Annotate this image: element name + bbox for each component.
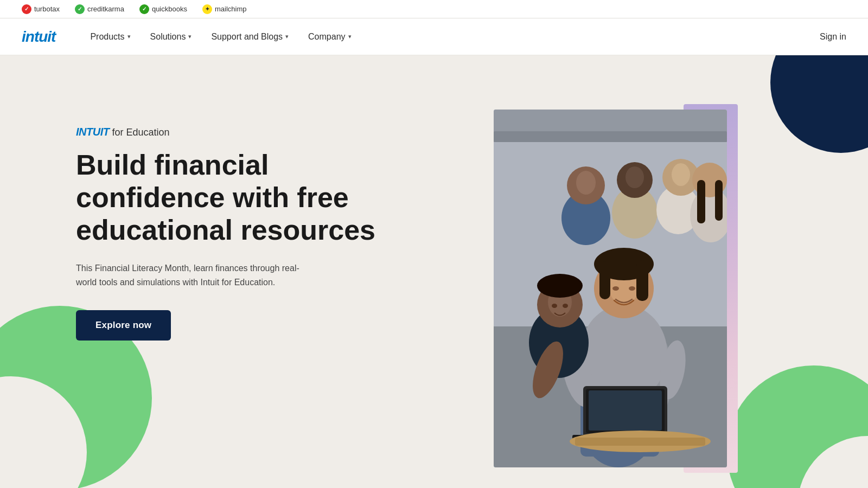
logo[interactable]: intuit xyxy=(22,28,55,46)
hero-section: INTUIT for Education Build financial con… xyxy=(0,55,868,488)
nav-company-label: Company xyxy=(308,32,345,42)
quickbooks-icon: ✓ xyxy=(139,4,149,14)
nav-item-support-blogs[interactable]: Support and Blogs ▾ xyxy=(203,28,296,46)
quickbooks-label: quickbooks xyxy=(152,5,187,13)
hero-brand-name: INTUIT xyxy=(76,126,109,138)
nav-item-company[interactable]: Company ▾ xyxy=(301,28,359,46)
nav-solutions-label: Solutions xyxy=(150,32,186,42)
hero-subtitle-text: for Education xyxy=(109,127,169,138)
creditkarma-brand[interactable]: ✓ creditkarma xyxy=(75,4,124,14)
nav-item-solutions[interactable]: Solutions ▾ xyxy=(143,28,200,46)
hero-subtitle: INTUIT for Education xyxy=(76,126,380,138)
hero-description: This Financial Literacy Month, learn fin… xyxy=(76,261,309,289)
circle-dark-top-right xyxy=(770,55,868,153)
mailchimp-brand[interactable]: ✦ mailchimp xyxy=(202,4,247,14)
svg-rect-46 xyxy=(494,110,727,467)
solutions-chevron-icon: ▾ xyxy=(188,33,192,40)
explore-now-button[interactable]: Explore now xyxy=(76,310,171,341)
company-chevron-icon: ▾ xyxy=(348,33,352,40)
creditkarma-icon: ✓ xyxy=(75,4,85,14)
hero-title: Build financial confidence with free edu… xyxy=(76,149,380,246)
quickbooks-brand[interactable]: ✓ quickbooks xyxy=(139,4,187,14)
students-illustration xyxy=(494,110,727,467)
hero-image xyxy=(494,110,727,467)
nav-support-label: Support and Blogs xyxy=(211,32,283,42)
nav-products-label: Products xyxy=(90,32,124,42)
mailchimp-icon: ✦ xyxy=(202,4,212,14)
nav-links: Products ▾ Solutions ▾ Support and Blogs… xyxy=(82,28,820,46)
products-chevron-icon: ▾ xyxy=(127,33,131,40)
navbar: intuit Products ▾ Solutions ▾ Support an… xyxy=(0,18,868,55)
sign-in-link[interactable]: Sign in xyxy=(820,32,846,42)
turbotax-label: turbotax xyxy=(34,5,60,13)
hero-content: INTUIT for Education Build financial con… xyxy=(76,126,380,341)
logo-text: intuit xyxy=(22,28,55,46)
turbotax-brand[interactable]: ✓ turbotax xyxy=(22,4,60,14)
turbotax-icon: ✓ xyxy=(22,4,31,14)
brand-bar: ✓ turbotax ✓ creditkarma ✓ quickbooks ✦ … xyxy=(0,0,868,18)
creditkarma-label: creditkarma xyxy=(87,5,124,13)
mailchimp-label: mailchimp xyxy=(215,5,247,13)
support-chevron-icon: ▾ xyxy=(285,33,289,40)
nav-item-products[interactable]: Products ▾ xyxy=(82,28,138,46)
nav-right: Sign in xyxy=(820,32,846,42)
